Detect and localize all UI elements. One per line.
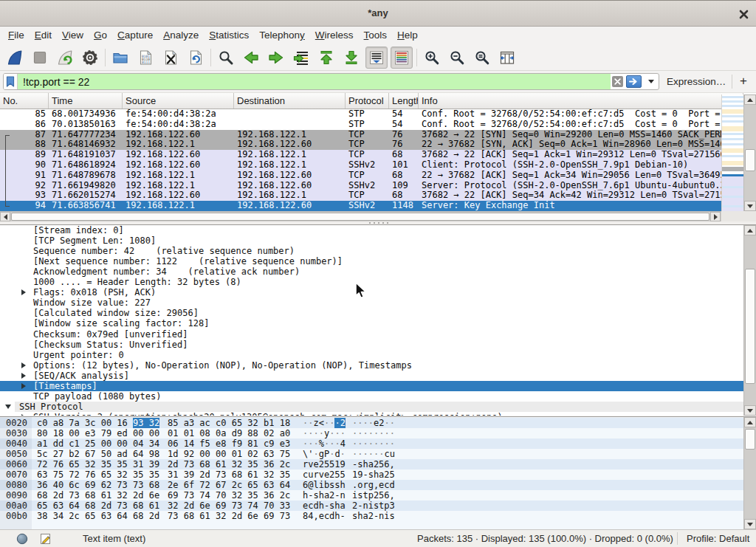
hex-row-0050[interactable]: 00505c 27 b2 67 50 ad 64 981d 92 00 00 0… xyxy=(0,449,743,459)
file-save-icon[interactable]: 0101 0110 0111 xyxy=(134,47,157,69)
scroll-up-icon[interactable] xyxy=(744,94,756,105)
detail-line[interactable]: Checksum: 0x79ed [unverified] xyxy=(0,329,743,340)
scroll-down-icon[interactable] xyxy=(744,405,756,416)
packet-row-85[interactable]: 8568.001734936fe:54:00:d4:38:2aSTP54Conf… xyxy=(0,109,721,120)
scroll-left-icon[interactable] xyxy=(0,212,10,221)
hex-row-0040[interactable]: 0040a1 dd c1 25 00 00 04 3406 14 f5 e8 f… xyxy=(0,438,743,449)
packet-list-vertical-scrollbar[interactable] xyxy=(743,94,756,211)
detail-line[interactable]: SSH Version 2 (encryption:chacha20-poly1… xyxy=(0,412,743,416)
file-close-icon[interactable] xyxy=(159,47,182,69)
hex-row-00a0[interactable]: 00a065 63 64 68 2d 73 68 6132 2d 6e 69 7… xyxy=(0,500,743,511)
column-header-destination[interactable]: Destination xyxy=(234,93,346,109)
auto-scroll-icon[interactable] xyxy=(365,47,388,69)
menu-wireless[interactable]: Wireless xyxy=(310,27,359,44)
packet-row-93[interactable]: 9371.662015274192.168.122.60192.168.122.… xyxy=(0,190,721,201)
hex-row-0030[interactable]: 003080 18 00 e3 79 ed 00 0001 01 08 0a d… xyxy=(0,428,743,438)
menu-telephony[interactable]: Telephony xyxy=(254,27,310,44)
detail-line[interactable]: Sequence number: 42 (relative sequence n… xyxy=(0,246,743,256)
detail-line[interactable]: Window size value: 227 xyxy=(0,297,743,308)
detail-line[interactable]: [Window size scaling factor: 128] xyxy=(0,318,743,328)
menu-edit[interactable]: Edit xyxy=(30,27,57,44)
column-header-no[interactable]: No. xyxy=(0,93,49,109)
detail-line[interactable]: [SEQ/ACK analysis] xyxy=(0,371,743,381)
zoom-out-icon[interactable] xyxy=(446,47,468,69)
go-to-packet-icon[interactable] xyxy=(290,47,312,69)
hex-row-0060[interactable]: 006072 76 65 32 35 35 31 392d 73 68 61 3… xyxy=(0,459,743,469)
detail-line[interactable]: Acknowledgment number: 34 (relative ack … xyxy=(0,266,743,277)
menu-capture[interactable]: Capture xyxy=(112,27,158,44)
packet-row-88[interactable]: 8871.648146932192.168.122.1192.168.122.6… xyxy=(0,140,721,150)
packet-row-92[interactable]: 9271.661949820192.168.122.1192.168.122.6… xyxy=(0,181,721,191)
capture-comment-icon[interactable] xyxy=(40,533,52,547)
capture-start-icon[interactable] xyxy=(4,47,26,69)
column-header-source[interactable]: Source xyxy=(123,93,234,109)
scrollbar-thumb[interactable] xyxy=(745,269,755,384)
scrollbar-thumb[interactable] xyxy=(11,213,709,221)
packet-row-87[interactable]: 8771.647777234192.168.122.60192.168.122.… xyxy=(0,130,721,140)
detail-line[interactable]: Urgent pointer: 0 xyxy=(0,350,743,360)
hex-row-0020[interactable]: 0020c0 a8 7a 3c 00 16 93 3285 a3 ac c0 6… xyxy=(0,418,743,428)
bookmark-icon[interactable] xyxy=(4,74,18,89)
apply-filter-icon[interactable] xyxy=(626,75,642,88)
column-header-protocol[interactable]: Protocol xyxy=(346,93,389,109)
detail-line[interactable]: SSH Protocol xyxy=(0,402,743,412)
hex-row-0090[interactable]: 009068 2d 73 68 61 32 2d 6e69 73 74 70 3… xyxy=(0,490,743,500)
detail-line[interactable]: [Calculated window size: 29056] xyxy=(0,308,743,318)
detail-line[interactable]: TCP payload (1080 bytes) xyxy=(0,391,743,402)
scrollbar-thumb[interactable] xyxy=(745,149,755,171)
scroll-right-icon[interactable] xyxy=(710,212,721,221)
packet-row-86[interactable]: 8670.013850163fe:54:00:d4:38:2aSTP54Conf… xyxy=(0,120,721,130)
menu-help[interactable]: Help xyxy=(392,27,423,44)
packet-row-94[interactable]: 9471.663856741192.168.122.1192.168.122.6… xyxy=(0,201,721,211)
titlebar[interactable]: *any xyxy=(0,0,756,27)
file-open-icon[interactable] xyxy=(109,47,131,69)
colorize-packets-icon[interactable] xyxy=(391,47,413,69)
packet-list-horizontal-scrollbar[interactable] xyxy=(0,211,721,221)
scroll-down-icon[interactable] xyxy=(744,519,756,529)
go-back-icon[interactable] xyxy=(240,47,262,69)
detail-line[interactable]: [Timestamps] xyxy=(0,381,743,391)
expander-icon[interactable] xyxy=(21,383,26,389)
go-forward-icon[interactable] xyxy=(265,47,287,69)
chevron-down-icon[interactable] xyxy=(644,74,659,89)
file-reload-icon[interactable] xyxy=(185,47,207,69)
hex-row-0070[interactable]: 007063 75 72 76 65 32 35 3531 39 2d 73 6… xyxy=(0,469,743,480)
resize-columns-icon[interactable] xyxy=(496,47,518,69)
expander-icon[interactable] xyxy=(21,373,26,379)
clear-filter-icon[interactable] xyxy=(612,76,623,87)
bytes-vertical-scrollbar[interactable] xyxy=(743,417,756,529)
display-filter-input[interactable]: !tcp.port == 22 xyxy=(18,74,611,89)
zoom-reset-icon[interactable] xyxy=(471,47,493,69)
packet-row-89[interactable]: 8971.648191037192.168.122.60192.168.122.… xyxy=(0,150,721,160)
status-profile[interactable]: Profile: Default xyxy=(687,530,749,547)
hex-row-0080[interactable]: 008036 40 6c 69 62 73 73 682e 6f 72 67 2… xyxy=(0,480,743,490)
scroll-down-icon[interactable] xyxy=(744,201,756,211)
packet-row-91[interactable]: 9171.648789678192.168.122.1192.168.122.6… xyxy=(0,171,721,181)
detail-line[interactable]: 1000 .... = Header Length: 32 bytes (8) xyxy=(0,277,743,287)
detail-line[interactable]: [Stream index: 0] xyxy=(0,225,743,235)
hex-row-00b0[interactable]: 00b038 34 2c 65 63 64 68 2d73 68 61 32 2… xyxy=(0,511,743,521)
intelligent-scrollbar-minimap[interactable] xyxy=(721,94,743,211)
menu-tools[interactable]: Tools xyxy=(359,27,393,44)
menu-file[interactable]: File xyxy=(3,27,30,44)
detail-line[interactable]: Options: (12 bytes), No-Operation (NOP),… xyxy=(0,360,743,371)
expert-info-icon[interactable] xyxy=(16,533,28,547)
go-last-packet-icon[interactable] xyxy=(340,47,362,69)
menu-view[interactable]: View xyxy=(57,27,89,44)
zoom-in-icon[interactable] xyxy=(421,47,443,69)
expander-icon[interactable] xyxy=(21,362,26,368)
detail-line[interactable]: [Checksum Status: Unverified] xyxy=(0,340,743,350)
capture-stop-icon[interactable] xyxy=(29,47,51,69)
expander-icon[interactable] xyxy=(5,405,11,409)
packet-row-90[interactable]: 9071.648618924192.168.122.60192.168.122.… xyxy=(0,160,721,171)
scrollbar-thumb[interactable] xyxy=(745,429,755,450)
expander-icon[interactable] xyxy=(21,414,26,416)
scroll-up-icon[interactable] xyxy=(744,417,756,427)
menu-analyze[interactable]: Analyze xyxy=(158,27,204,44)
add-filter-button[interactable]: + xyxy=(736,71,751,92)
details-vertical-scrollbar[interactable] xyxy=(743,225,756,416)
detail-line[interactable]: Flags: 0x018 (PSH, ACK) xyxy=(0,287,743,297)
find-packet-icon[interactable] xyxy=(215,47,237,69)
detail-line[interactable]: [Next sequence number: 1122 (relative se… xyxy=(0,256,743,266)
capture-options-icon[interactable] xyxy=(79,47,101,69)
